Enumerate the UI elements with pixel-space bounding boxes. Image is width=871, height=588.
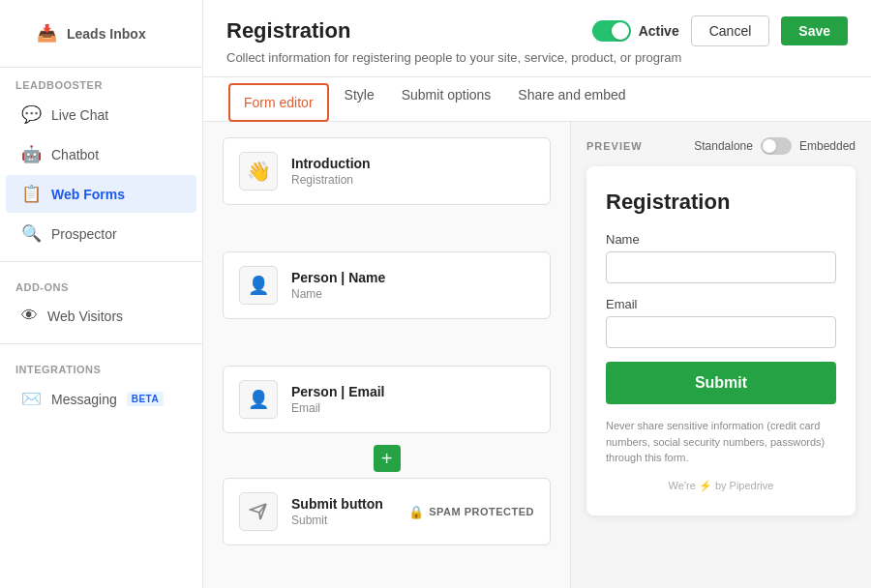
- embedded-label: Embedded: [799, 139, 856, 153]
- sidebar-divider-1: [0, 261, 202, 262]
- toggle-wrap: Active: [592, 20, 679, 42]
- tab-form-editor[interactable]: Form editor: [228, 83, 329, 122]
- sidebar-item-prospector[interactable]: 🔍 Prospector: [6, 215, 196, 252]
- spam-badge: 🔒 SPAM PROTECTED: [408, 505, 534, 519]
- sidebar-top: 📥 Leads Inbox: [0, 0, 202, 68]
- sidebar-item-live-chat[interactable]: 💬 Live Chat: [6, 96, 196, 133]
- gap-1: [223, 213, 551, 251]
- standalone-embedded-toggle[interactable]: [761, 137, 792, 155]
- preview-name-input[interactable]: [606, 251, 836, 283]
- form-card-submit[interactable]: Submit button Submit 🔒 SPAM PROTECTED: [223, 478, 551, 545]
- standalone-label: Standalone: [694, 139, 753, 153]
- form-card-introduction[interactable]: 👋 Introduction Registration: [223, 137, 551, 205]
- add-field-button[interactable]: +: [374, 445, 401, 472]
- preview-email-input[interactable]: [606, 316, 836, 348]
- form-builder: 👋 Introduction Registration 👤 Person | N…: [203, 122, 571, 588]
- main-header-top: Registration Active Cancel Save: [226, 15, 848, 46]
- main-header: Registration Active Cancel Save Collect …: [203, 0, 871, 77]
- active-label: Active: [639, 23, 679, 39]
- person-email-text: Person | Email Email: [291, 384, 385, 415]
- cancel-button[interactable]: Cancel: [691, 15, 770, 46]
- preview-submit-button[interactable]: Submit: [606, 362, 836, 404]
- submit-sub: Submit: [291, 514, 383, 527]
- preview-form-title: Registration: [606, 190, 836, 215]
- sidebar-item-web-visitors[interactable]: 👁 Web Visitors: [6, 298, 196, 335]
- sidebar-section-leadbooster-label: LEADBOOSTER: [0, 68, 202, 95]
- prospector-label: Prospector: [51, 226, 117, 242]
- prospector-icon: 🔍: [21, 223, 42, 244]
- chatbot-icon: 🤖: [21, 144, 42, 164]
- subtitle: Collect information for registering peop…: [226, 50, 848, 65]
- page-title: Registration: [226, 18, 350, 44]
- gap-2: [223, 327, 551, 366]
- messaging-icon: ✉️: [21, 389, 42, 409]
- preview-name-label: Name: [606, 232, 836, 247]
- sidebar: 📥 Leads Inbox LEADBOOSTER 💬 Live Chat 🤖 …: [0, 0, 203, 588]
- content-area: 👋 Introduction Registration 👤 Person | N…: [203, 122, 871, 588]
- sidebar-item-leads-inbox[interactable]: 📥 Leads Inbox: [21, 15, 181, 52]
- active-toggle[interactable]: [592, 20, 631, 42]
- person-name-icon: 👤: [239, 266, 278, 305]
- lock-icon: 🔒: [408, 505, 425, 519]
- introduction-title: Introduction: [291, 156, 371, 171]
- web-visitors-icon: 👁: [21, 307, 38, 326]
- sidebar-section-addons-label: ADD-ONS: [0, 270, 202, 297]
- preview-panel: PREVIEW Standalone Embedded Registration…: [571, 122, 871, 588]
- bolt-icon: ⚡: [699, 480, 712, 491]
- person-name-text: Person | Name Name: [291, 270, 385, 301]
- web-visitors-label: Web Visitors: [47, 309, 123, 324]
- preview-disclaimer: Never share sensitive information (credi…: [606, 418, 836, 466]
- add-section: +: [223, 441, 551, 476]
- sidebar-item-chatbot[interactable]: 🤖 Chatbot: [6, 135, 196, 173]
- submit-icon: [239, 492, 278, 531]
- toggle-knob: [612, 22, 629, 40]
- messaging-label: Messaging: [51, 392, 117, 407]
- save-button[interactable]: Save: [781, 16, 848, 45]
- sidebar-item-messaging[interactable]: ✉️ Messaging BETA: [6, 380, 196, 418]
- live-chat-label: Live Chat: [51, 107, 108, 123]
- submit-title: Submit button: [291, 496, 383, 512]
- spam-label: SPAM PROTECTED: [429, 506, 534, 517]
- beta-badge: BETA: [127, 392, 164, 406]
- tabs-bar: Form editor Style Submit options Share a…: [203, 77, 871, 122]
- preview-toggle-wrap: Standalone Embedded: [694, 137, 856, 155]
- introduction-sub: Registration: [291, 173, 371, 187]
- leads-inbox-icon: 📥: [37, 23, 57, 44]
- preview-label: PREVIEW: [586, 140, 643, 152]
- introduction-icon: 👋: [239, 152, 278, 191]
- live-chat-icon: 💬: [21, 104, 42, 125]
- person-name-title: Person | Name: [291, 270, 385, 285]
- preview-header: PREVIEW Standalone Embedded: [586, 137, 856, 155]
- main: Registration Active Cancel Save Collect …: [203, 0, 871, 588]
- person-email-sub: Email: [291, 401, 385, 415]
- sidebar-section-integrations-label: INTEGRATIONS: [0, 352, 202, 379]
- preview-toggle-knob: [763, 139, 776, 153]
- header-actions: Active Cancel Save: [592, 15, 848, 46]
- tab-submit-options[interactable]: Submit options: [388, 77, 505, 122]
- tab-style[interactable]: Style: [331, 77, 388, 122]
- preview-email-label: Email: [606, 297, 836, 311]
- leads-inbox-label: Leads Inbox: [67, 26, 146, 42]
- form-card-person-email[interactable]: 👤 Person | Email Email: [223, 366, 551, 433]
- form-card-person-name[interactable]: 👤 Person | Name Name: [223, 251, 551, 319]
- preview-card: Registration Name Email Submit Never sha…: [586, 166, 856, 515]
- introduction-text: Introduction Registration: [291, 156, 371, 187]
- person-email-icon: 👤: [239, 380, 278, 419]
- preview-footer: We're ⚡ by Pipedrive: [606, 480, 836, 492]
- web-forms-icon: 📋: [21, 184, 42, 204]
- web-forms-label: Web Forms: [51, 187, 125, 202]
- sidebar-divider-2: [0, 343, 202, 344]
- person-name-sub: Name: [291, 287, 385, 301]
- submit-text: Submit button Submit: [291, 496, 383, 527]
- sidebar-item-web-forms[interactable]: 📋 Web Forms: [6, 175, 196, 213]
- person-email-title: Person | Email: [291, 384, 385, 399]
- chatbot-label: Chatbot: [51, 147, 99, 162]
- tab-share-embed[interactable]: Share and embed: [504, 77, 639, 122]
